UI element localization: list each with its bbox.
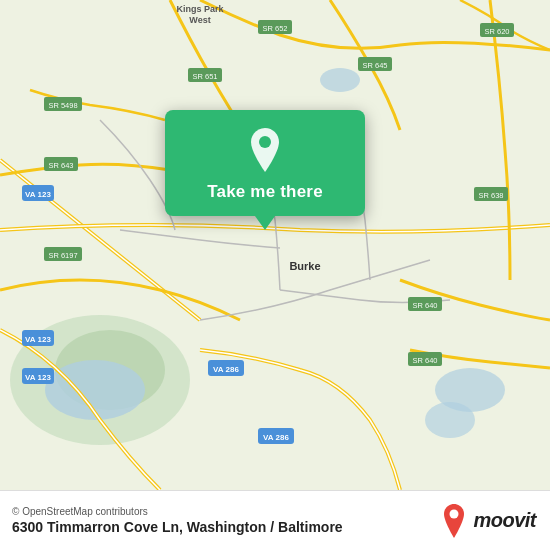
svg-text:Kings Park: Kings Park (176, 4, 224, 14)
address-text: 6300 Timmarron Cove Ln, Washington / Bal… (12, 519, 343, 535)
svg-text:SR 640: SR 640 (412, 356, 437, 365)
svg-text:SR 6197: SR 6197 (48, 251, 77, 260)
osm-credit: © OpenStreetMap contributors (12, 506, 343, 517)
svg-text:SR 638: SR 638 (478, 191, 503, 200)
bottom-left: © OpenStreetMap contributors 6300 Timmar… (12, 506, 343, 535)
svg-point-6 (425, 402, 475, 438)
svg-text:SR 645: SR 645 (362, 61, 387, 70)
location-icon (243, 128, 287, 172)
svg-text:SR 620: SR 620 (484, 27, 509, 36)
svg-point-42 (259, 136, 271, 148)
take-me-there-popup[interactable]: Take me there (165, 110, 365, 216)
svg-text:VA 286: VA 286 (213, 365, 239, 374)
svg-text:VA 123: VA 123 (25, 373, 51, 382)
svg-text:VA 123: VA 123 (25, 190, 51, 199)
svg-point-43 (450, 509, 459, 518)
bottom-bar: © OpenStreetMap contributors 6300 Timmar… (0, 490, 550, 550)
svg-point-4 (320, 68, 360, 92)
moovit-wordmark: moovit (473, 509, 536, 532)
moovit-pin-icon (440, 504, 468, 538)
svg-text:SR 643: SR 643 (48, 161, 73, 170)
moovit-logo[interactable]: moovit (440, 504, 536, 538)
popup-label: Take me there (207, 182, 323, 202)
svg-text:SR 5498: SR 5498 (48, 101, 77, 110)
map-container: VA 123 VA 123 VA 123 VA 286 VA 286 SR 65… (0, 0, 550, 490)
svg-text:SR 652: SR 652 (262, 24, 287, 33)
svg-text:West: West (189, 15, 210, 25)
svg-text:SR 640: SR 640 (412, 301, 437, 310)
svg-text:Burke: Burke (289, 260, 320, 272)
svg-text:VA 123: VA 123 (25, 335, 51, 344)
svg-text:SR 651: SR 651 (192, 72, 217, 81)
svg-text:VA 286: VA 286 (263, 433, 289, 442)
